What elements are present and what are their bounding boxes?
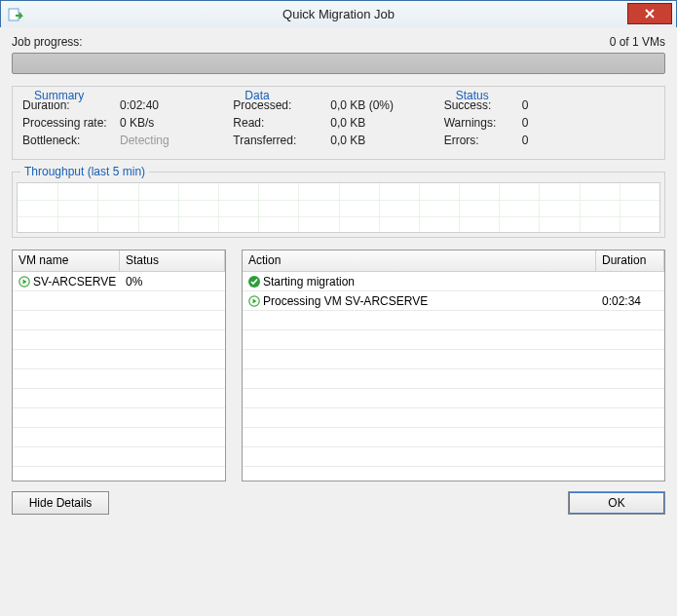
action-text: Starting migration xyxy=(263,275,355,289)
client-area: Job progress: 0 of 1 VMs Summary Duratio… xyxy=(0,27,677,616)
close-button[interactable] xyxy=(627,3,672,24)
throughput-legend: Throughput (last 5 min) xyxy=(20,165,149,178)
errors-value: 0 xyxy=(522,132,561,149)
warnings-label: Warnings: xyxy=(444,114,522,132)
rate-value: 0 KB/s xyxy=(120,114,154,132)
action-duration: 0:02:34 xyxy=(596,294,664,308)
action-row[interactable]: Starting migration xyxy=(243,272,664,291)
progress-bar xyxy=(12,53,665,74)
summary-column: Summary Duration:0:02:40 Processing rate… xyxy=(22,96,233,149)
buttons-row: Hide Details OK xyxy=(12,491,665,515)
warnings-value: 0 xyxy=(522,114,561,132)
progress-status: 0 of 1 VMs xyxy=(610,35,665,49)
stats-group: Summary Duration:0:02:40 Processing rate… xyxy=(12,86,665,160)
vm-col-status[interactable]: Status xyxy=(120,250,225,271)
throughput-chart xyxy=(17,182,660,233)
progress-row: Job progress: 0 of 1 VMs xyxy=(12,35,665,49)
transferred-value: 0,0 KB xyxy=(330,132,365,149)
hide-details-button[interactable]: Hide Details xyxy=(12,491,109,515)
action-text: Processing VM SV-ARCSERVE xyxy=(263,294,428,308)
ok-button[interactable]: OK xyxy=(568,491,665,515)
play-icon xyxy=(19,276,30,288)
vm-col-name[interactable]: VM name xyxy=(13,250,120,271)
processed-value: 0,0 KB (0%) xyxy=(330,96,394,114)
action-grid: Action Duration Starting migration xyxy=(242,250,665,481)
read-label: Read: xyxy=(233,114,330,132)
status-legend: Status xyxy=(452,89,493,102)
bottleneck-label: Bottleneck: xyxy=(22,132,120,149)
action-grid-body: Starting migration Processing VM SV-ARCS… xyxy=(243,272,664,481)
errors-label: Errors: xyxy=(444,132,522,149)
bottom-grids: VM name Status SV-ARCSERVE 0% Action xyxy=(12,250,665,481)
progress-label: Job progress: xyxy=(12,35,83,49)
read-value: 0,0 KB xyxy=(330,114,365,132)
success-value: 0 xyxy=(522,96,561,114)
play-icon xyxy=(248,295,260,307)
vm-row[interactable]: SV-ARCSERVE 0% xyxy=(13,272,225,291)
data-column: Data Processed:0,0 KB (0%) Read:0,0 KB T… xyxy=(233,96,443,149)
data-legend: Data xyxy=(241,89,273,102)
bottleneck-value: Detecting xyxy=(120,132,169,149)
action-col-action[interactable]: Action xyxy=(243,250,596,271)
summary-legend: Summary xyxy=(30,89,88,102)
action-col-duration[interactable]: Duration xyxy=(596,250,664,271)
vm-name-cell: SV-ARCSERVE xyxy=(33,275,116,289)
vm-grid-header: VM name Status xyxy=(13,250,225,272)
vm-grid: VM name Status SV-ARCSERVE 0% xyxy=(12,250,226,481)
app-icon xyxy=(7,6,24,23)
status-column: Status Success:0 Warnings:0 Errors:0 xyxy=(444,96,655,149)
throughput-group: Throughput (last 5 min) xyxy=(12,172,665,238)
vm-grid-body: SV-ARCSERVE 0% xyxy=(13,272,225,481)
titlebar: Quick Migration Job xyxy=(1,1,676,28)
check-icon xyxy=(248,276,260,288)
duration-value: 0:02:40 xyxy=(120,96,159,114)
action-row[interactable]: Processing VM SV-ARCSERVE 0:02:34 xyxy=(243,291,664,311)
vm-status-cell: 0% xyxy=(120,275,148,289)
rate-label: Processing rate: xyxy=(22,114,120,132)
transferred-label: Transferred: xyxy=(233,132,330,149)
window-title: Quick Migration Job xyxy=(1,7,676,21)
action-grid-header: Action Duration xyxy=(243,250,664,272)
